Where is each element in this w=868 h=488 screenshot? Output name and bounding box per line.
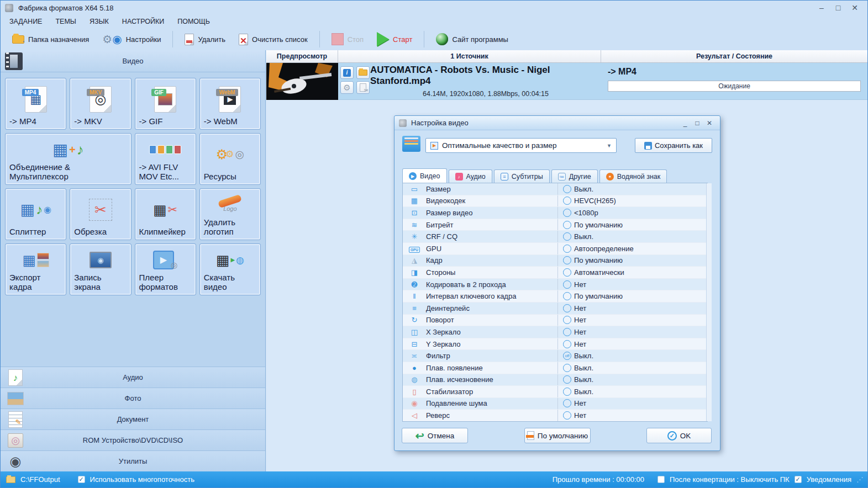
tab-other[interactable]: ≔Другие [551,169,598,183]
dest-folder-button[interactable]: Папка назначения [7,33,94,46]
setting-row[interactable]: ➋ Кодировать в 2 прохода Нет [403,279,707,291]
category-rom[interactable]: ◎ ROM Устройство\DVD\CD\ISO [1,429,265,450]
setting-row[interactable]: ◨ Стороны Автоматически [403,267,707,279]
dialog-close-button[interactable]: ✕ [703,119,716,127]
tile-to-webm[interactable]: WebM▶ -> WebM [199,78,261,130]
setting-row[interactable]: ▭ Размер Выкл. [403,183,707,195]
setting-row[interactable]: ▦ Видеокодек HEVC(H265) [403,195,707,208]
clear-list-button[interactable]: Очистить список [234,31,313,47]
open-folder-button[interactable] [356,66,370,79]
tile-to-avi-flv[interactable]: -> AVI FLV MOV Etc... [135,133,196,185]
tile-clipmaker[interactable]: ▦✂ Клипмейкер [135,188,196,240]
tab-watermark[interactable]: ✶Водяной знак [599,169,667,183]
video-section-header[interactable]: Видео [1,50,265,72]
setting-row[interactable]: ↻ Поворот Нет [403,315,707,327]
tile-label: Ресурсы [204,172,256,182]
document-icon: ✎ [7,411,24,428]
category-document[interactable]: ✎ Документ [1,409,265,429]
category-utilities[interactable]: ◉ Утилиты [1,450,265,471]
setting-row[interactable]: ◉ Подавление шума Нет [403,398,707,410]
save-as-button[interactable]: Сохранить как [635,138,712,153]
setting-row[interactable]: ≡ Деинтерлейс Нет [403,303,707,315]
setting-row[interactable]: ≋ Битрейт По умолчанию [403,219,707,231]
tile-resources[interactable]: ⚙⚙◎ Ресурсы [199,133,261,185]
setting-row[interactable]: ‖ Интервал ключевого кадра По умолчанию [403,290,707,303]
menu-themes[interactable]: ТЕМЫ [55,18,76,25]
setting-row[interactable]: ⊡ Размер видео <1080p [403,207,707,219]
setting-row[interactable]: ≍ Фильтр off Выкл. [403,350,707,362]
close-button[interactable]: ✕ [846,3,863,12]
setting-row[interactable]: ◁ Реверс Нет [403,410,707,422]
setting-row[interactable]: ◫ X Зеркало Нет [403,326,707,338]
dialog-title: Настройка видео [411,119,469,127]
file-clip-button[interactable] [356,81,370,94]
preview-thumbnail[interactable] [266,63,338,100]
setting-value: По умолчанию [557,255,707,267]
setting-row[interactable]: ◮ Кадр По умолчанию [403,255,707,267]
rotate-icon: ↻ [403,316,426,324]
tile-remove-logo[interactable]: Logo Удалить логотип [199,188,261,240]
tab-video[interactable]: ▶Видео [402,168,447,183]
dialog-minimize-button[interactable]: _ [679,119,691,127]
default-button[interactable]: По умолчанию [524,428,591,443]
stop-button[interactable]: Стоп [327,31,369,47]
source-column-header[interactable]: 1 Источник [338,50,601,62]
site-button[interactable]: Сайт программы [431,31,513,47]
menu-settings[interactable]: НАСТРОЙКИ [122,18,164,25]
tile-export-frame[interactable]: ▦ Экспорт кадра [5,243,66,295]
dialog-titlebar[interactable]: Настройка видео _ □ ✕ [394,116,720,130]
setting-row[interactable]: ✳ CRF / CQ Выкл. [403,231,707,243]
shutdown-checkbox[interactable] [657,476,665,483]
tile-download-video[interactable]: ▦▶◍ Скачать видео [199,243,261,295]
start-button[interactable]: Старт [372,30,417,49]
dialog-maximize-button[interactable]: □ [691,119,703,127]
category-audio[interactable]: ♪ Аудио [1,367,265,388]
setting-label: Y Зеркало [426,340,557,348]
notifications-label: Уведомления [807,475,851,484]
setting-label: Видеокодек [426,197,557,205]
result-column-header[interactable]: Результат / Состояние [601,50,867,62]
tab-audio[interactable]: ♪Аудио [449,169,492,183]
tile-splitter[interactable]: ▦♪◉ Сплиттер [5,188,66,240]
cancel-button[interactable]: ↩ Отмена [402,428,468,443]
category-photo[interactable]: Фото [1,388,265,409]
output-path[interactable]: C:\FFOutput [20,475,60,484]
table-scrollbar[interactable] [706,183,712,421]
minimize-button[interactable]: – [813,3,830,12]
delete-button[interactable]: Удалить [180,31,230,47]
resize-grip[interactable]: ⋰ [856,476,862,484]
category-label: Утилиты [119,457,148,465]
setting-row[interactable]: ◍ Плав. исчезновение Выкл. [403,374,707,386]
ok-button[interactable]: ✓ OK [646,428,712,443]
file-info-button[interactable]: i [340,66,354,79]
notifications-checkbox[interactable]: ✓ [795,476,802,483]
file-row[interactable]: i ⚙ AUTOMATICA - Robots Vs. Music - Nige… [266,63,867,100]
tab-subtitles[interactable]: ≡Субтитры [494,169,550,183]
maximize-button[interactable]: □ [830,3,846,12]
setting-row[interactable]: ▯ Стабилизатор Выкл. [403,386,707,398]
setting-row[interactable]: ● Плав. появление Выкл. [403,362,707,374]
save-icon [644,142,652,150]
preset-dropdown[interactable]: ▶ Оптимальные качество и размер ▼ [425,138,617,153]
crop-icon: ✂ [74,192,127,227]
video-tab-icon: ▶ [409,172,417,180]
tile-to-mkv[interactable]: MKV◎ -> MKV [70,78,131,130]
video-section-label: Видео [123,57,144,65]
tile-to-gif[interactable]: GIF -> GIF [135,78,196,130]
setting-row[interactable]: GPU GPU Автоопределение [403,243,707,255]
tile-format-player[interactable]: ▶◎ Плеер форматов [135,243,196,295]
menu-task[interactable]: ЗАДАНИЕ [9,18,42,25]
tile-label: -> WebM [204,117,256,126]
menu-help[interactable]: ПОМОЩЬ [177,18,210,25]
tile-crop[interactable]: ✂ Обрезка [70,188,131,240]
menu-language[interactable]: ЯЗЫК [90,18,109,25]
tile-to-mp4[interactable]: MP4▦ -> MP4 [5,78,66,130]
settings-button[interactable]: ⚙◉ Настройки [97,31,166,47]
tile-mux[interactable]: ▦+♪ Объединение & Мультиплексор [5,133,131,185]
file-settings-button[interactable]: ⚙ [340,81,354,94]
multithread-checkbox[interactable]: ✓ [78,476,85,483]
preview-column-header[interactable]: Предпросмотр [266,50,338,62]
category-label: Документ [117,415,149,423]
setting-row[interactable]: ⊟ Y Зеркало Нет [403,338,707,351]
tile-screen-record[interactable]: ◉ Запись экрана [70,243,131,295]
